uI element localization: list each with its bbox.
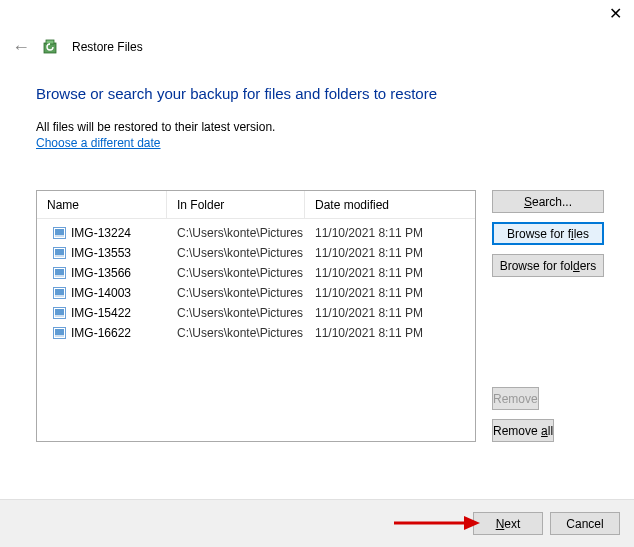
list-item[interactable]: IMG-14003C:\Users\konte\Pictures11/10/20… — [37, 283, 475, 303]
file-folder: C:\Users\konte\Pictures — [167, 306, 305, 320]
svg-rect-6 — [55, 249, 64, 255]
svg-rect-19 — [55, 335, 64, 337]
svg-rect-9 — [55, 269, 64, 275]
file-name: IMG-15422 — [71, 306, 131, 320]
file-date: 11/10/2021 8:11 PM — [305, 306, 475, 320]
column-header-folder[interactable]: In Folder — [167, 191, 305, 218]
file-folder: C:\Users\konte\Pictures — [167, 286, 305, 300]
image-file-icon — [53, 267, 66, 279]
svg-rect-18 — [55, 329, 64, 335]
svg-rect-16 — [55, 315, 64, 317]
remove-label: Remove — [493, 392, 538, 406]
file-name: IMG-13566 — [71, 266, 131, 280]
svg-rect-10 — [55, 275, 64, 277]
list-item[interactable]: IMG-13224C:\Users\konte\Pictures11/10/20… — [37, 223, 475, 243]
svg-rect-15 — [55, 309, 64, 315]
list-item[interactable]: IMG-15422C:\Users\konte\Pictures11/10/20… — [37, 303, 475, 323]
file-list: Name In Folder Date modified IMG-13224C:… — [36, 190, 476, 442]
file-name: IMG-13553 — [71, 246, 131, 260]
file-date: 11/10/2021 8:11 PM — [305, 286, 475, 300]
remove-all-button[interactable]: Remove all — [492, 419, 554, 442]
close-icon[interactable]: ✕ — [609, 6, 622, 22]
file-folder: C:\Users\konte\Pictures — [167, 226, 305, 240]
image-file-icon — [53, 327, 66, 339]
file-folder: C:\Users\konte\Pictures — [167, 246, 305, 260]
file-date: 11/10/2021 8:11 PM — [305, 246, 475, 260]
svg-rect-4 — [55, 235, 64, 237]
list-item[interactable]: IMG-13553C:\Users\konte\Pictures11/10/20… — [37, 243, 475, 263]
file-name: IMG-14003 — [71, 286, 131, 300]
column-header-date[interactable]: Date modified — [305, 191, 475, 218]
remove-button: Remove — [492, 387, 539, 410]
svg-rect-7 — [55, 255, 64, 257]
remove-all-label: Remove all — [493, 424, 553, 438]
svg-rect-3 — [55, 229, 64, 235]
list-header: Name In Folder Date modified — [37, 191, 475, 219]
image-file-icon — [53, 247, 66, 259]
browse-files-button[interactable]: Browse for files — [492, 222, 604, 245]
footer: Next Cancel — [0, 499, 634, 547]
cancel-button[interactable]: Cancel — [550, 512, 620, 535]
file-folder: C:\Users\konte\Pictures — [167, 326, 305, 340]
next-label: Next — [496, 517, 521, 531]
list-item[interactable]: IMG-13566C:\Users\konte\Pictures11/10/20… — [37, 263, 475, 283]
page-heading: Browse or search your backup for files a… — [36, 85, 604, 102]
window-title: Restore Files — [72, 40, 143, 54]
file-date: 11/10/2021 8:11 PM — [305, 226, 475, 240]
file-date: 11/10/2021 8:11 PM — [305, 326, 475, 340]
browse-folders-button[interactable]: Browse for folders — [492, 254, 604, 277]
search-button[interactable]: Search... — [492, 190, 604, 213]
list-item[interactable]: IMG-16622C:\Users\konte\Pictures11/10/20… — [37, 323, 475, 343]
svg-rect-12 — [55, 289, 64, 295]
subtext: All files will be restored to their late… — [36, 120, 604, 134]
file-name: IMG-16622 — [71, 326, 131, 340]
file-name: IMG-13224 — [71, 226, 131, 240]
browse-folders-label: Browse for folders — [500, 259, 597, 273]
image-file-icon — [53, 287, 66, 299]
image-file-icon — [53, 227, 66, 239]
browse-files-label: Browse for files — [507, 227, 589, 241]
choose-date-link[interactable]: Choose a different date — [36, 136, 161, 150]
column-header-name[interactable]: Name — [37, 191, 167, 218]
restore-files-icon — [42, 38, 60, 56]
file-date: 11/10/2021 8:11 PM — [305, 266, 475, 280]
file-folder: C:\Users\konte\Pictures — [167, 266, 305, 280]
svg-rect-13 — [55, 295, 64, 297]
image-file-icon — [53, 307, 66, 319]
back-arrow-icon[interactable]: ← — [12, 38, 30, 56]
next-button[interactable]: Next — [473, 512, 543, 535]
